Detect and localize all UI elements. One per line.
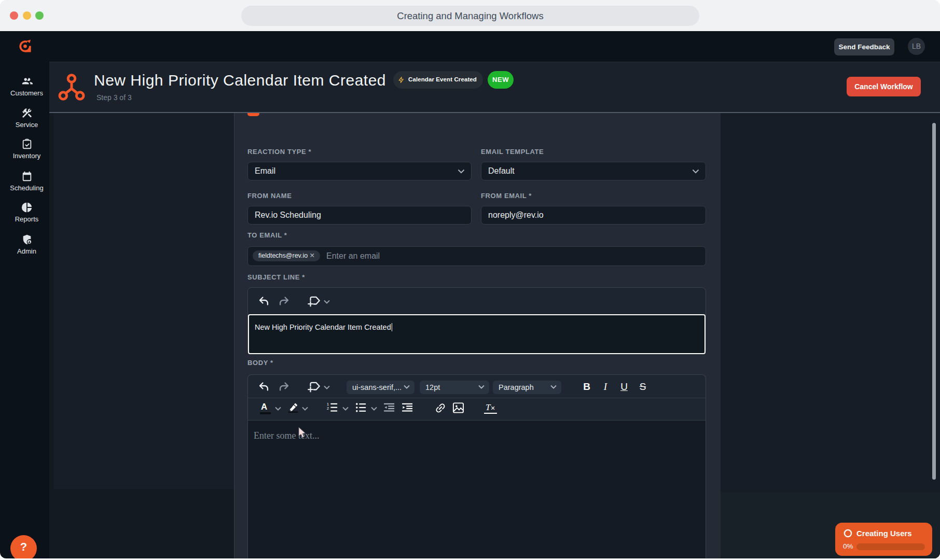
svg-text:2: 2 [327,406,329,411]
